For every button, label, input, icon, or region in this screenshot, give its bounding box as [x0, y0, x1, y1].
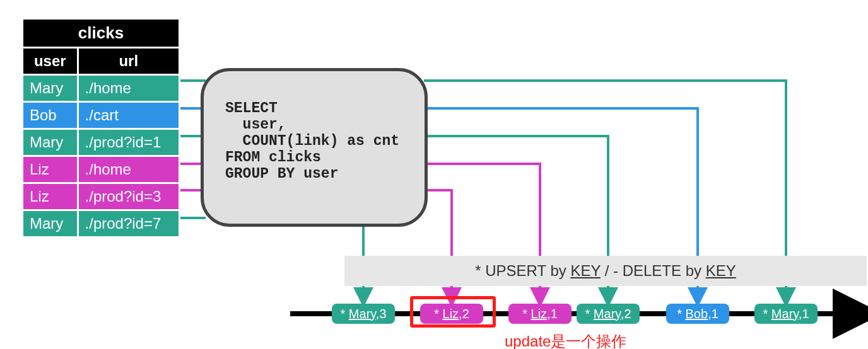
col-user: user	[23, 48, 78, 75]
table-row: Mary./home	[23, 75, 180, 102]
output-pill: * Bob,1	[666, 304, 729, 324]
table-title: clicks	[23, 19, 180, 48]
table-row: Mary./prod?id=7	[23, 210, 180, 237]
col-url: url	[78, 48, 179, 75]
output-pill: * Mary,1	[754, 304, 818, 324]
legend-bar: * UPSERT by KEY / - DELETE by KEY	[344, 256, 867, 286]
table-row: Liz./home	[23, 156, 180, 183]
output-pill: * Liz,1	[508, 304, 572, 324]
output-pill: * Mary,3	[332, 304, 395, 324]
table-row: Liz./prod?id=3	[23, 183, 180, 210]
clicks-table: clicks user url Mary./home Bob./cart Mar…	[21, 18, 180, 238]
table-row: Bob./cart	[23, 102, 180, 129]
annotation-text: update是一个操作	[505, 331, 626, 349]
table-row: Mary./prod?id=1	[23, 129, 180, 156]
output-pill: * Mary,2	[577, 304, 640, 324]
sql-text: SELECT user, COUNT(link) as cnt FROM cli…	[225, 100, 409, 182]
highlight-box	[410, 296, 496, 328]
sql-box: SELECT user, COUNT(link) as cnt FROM cli…	[201, 68, 428, 227]
